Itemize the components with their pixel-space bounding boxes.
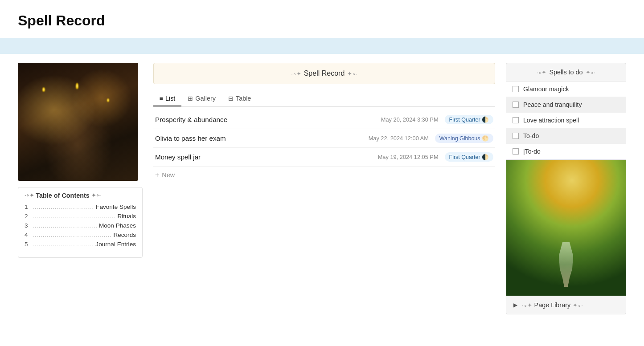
- tab-list-label: List: [165, 95, 175, 102]
- toc-link-rituals[interactable]: Rituals: [117, 213, 136, 220]
- main-layout: ·∘✦ Table of Contents ✦∘· 1 ............…: [0, 54, 644, 323]
- todo-item-3[interactable]: Love attraction spell: [506, 113, 626, 128]
- page-lib-sparkle-left: ·∘✦: [522, 302, 532, 309]
- toc-link-moon-phases[interactable]: Moon Phases: [99, 222, 136, 229]
- new-plus-icon: +: [155, 171, 159, 179]
- table-row[interactable]: Prosperity & abundance May 20, 2024 3:30…: [153, 110, 495, 129]
- page-library-label: ·∘✦ Page Library ✦∘·: [522, 301, 583, 309]
- todo-text-3: Love attraction spell: [523, 117, 579, 124]
- record-name-3: Money spell jar: [155, 153, 378, 161]
- sunflower-image-container: [506, 160, 626, 296]
- toc-item-2[interactable]: 2 ......................................…: [25, 213, 136, 220]
- page-library-text: Page Library: [534, 301, 571, 309]
- candles-image: [18, 63, 138, 181]
- toc-item-3[interactable]: 3 ......................................…: [25, 222, 136, 229]
- table-row[interactable]: Olivia to pass her exam May 22, 2024 12:…: [153, 129, 495, 148]
- header-sparkle-left: ·∘✦: [291, 70, 301, 77]
- badge-1: First Quarter 🌓: [445, 115, 493, 124]
- record-date-3: May 19, 2024 12:05 PM: [378, 154, 439, 160]
- todo-item-1[interactable]: Glamour magick: [506, 81, 626, 97]
- badge-2: Waning Gibbous 🌕: [435, 134, 493, 143]
- toc-num-1: 1: [25, 204, 31, 210]
- todo-sparkle-left: ·∘✦: [537, 69, 547, 76]
- table-of-contents: ·∘✦ Table of Contents ✦∘· 1 ............…: [18, 187, 143, 258]
- todo-sparkle-right: ✦∘·: [586, 69, 596, 76]
- record-date-1: May 20, 2024 3:30 PM: [381, 116, 439, 123]
- list-icon: ≡: [160, 95, 163, 102]
- sunflower-image: [506, 160, 626, 296]
- table-icon: ⊟: [228, 95, 234, 102]
- todo-checkbox-2[interactable]: [513, 102, 519, 108]
- todo-item-4[interactable]: To-do: [506, 128, 626, 144]
- tab-gallery[interactable]: ⊞ Gallery: [181, 91, 222, 106]
- record-name-2: Olivia to pass her exam: [155, 134, 369, 142]
- page-library-arrow-icon: ▶: [513, 302, 517, 308]
- toc-title: Table of Contents: [36, 192, 89, 199]
- flame-3: [107, 98, 109, 102]
- toc-link-records[interactable]: Records: [113, 232, 136, 238]
- tab-list[interactable]: ≡ List: [153, 91, 181, 106]
- toc-header: ·∘✦ Table of Contents ✦∘·: [25, 192, 136, 199]
- tab-gallery-label: Gallery: [195, 95, 216, 102]
- center-panel: ·∘✦ Spell Record ✦∘· ≡ List ⊞ Gallery ⊟ …: [153, 63, 495, 183]
- toc-num-4: 4: [25, 232, 31, 238]
- todo-text-5: |To-do: [523, 148, 541, 155]
- spells-todo-title: Spells to do: [549, 69, 582, 76]
- todo-checkbox-5[interactable]: [513, 148, 519, 155]
- spells-todo-header: ·∘✦ Spells to do ✦∘·: [506, 63, 626, 81]
- toc-dots-5: ................................: [33, 241, 94, 248]
- right-panel: ·∘✦ Spells to do ✦∘· Glamour magick Peac…: [506, 63, 626, 314]
- header-sparkle-right: ✦∘·: [347, 70, 357, 77]
- todo-checkbox-3[interactable]: [513, 117, 519, 123]
- flame-2: [76, 83, 78, 89]
- toc-sparkle-right: ✦∘·: [91, 192, 101, 199]
- toc-dots-2: ........................................…: [33, 213, 115, 220]
- toc-num-2: 2: [25, 213, 31, 220]
- toc-dots-3: ......................................: [33, 222, 97, 229]
- table-row[interactable]: Money spell jar May 19, 2024 12:05 PM Fi…: [153, 148, 495, 167]
- tabs-bar: ≡ List ⊞ Gallery ⊟ Table: [153, 91, 495, 107]
- toc-link-journal-entries[interactable]: Journal Entries: [95, 241, 136, 248]
- new-label: New: [162, 171, 175, 179]
- gallery-icon: ⊞: [188, 95, 193, 102]
- toc-item-4[interactable]: 4 ......................................…: [25, 232, 136, 238]
- todo-list: Glamour magick Peace and tranquility Lov…: [506, 81, 626, 160]
- page-library-bar[interactable]: ▶ ·∘✦ Page Library ✦∘·: [506, 296, 626, 314]
- spell-record-header: ·∘✦ Spell Record ✦∘·: [153, 63, 495, 84]
- toc-sparkle-left: ·∘✦: [25, 192, 34, 199]
- todo-checkbox-4[interactable]: [513, 133, 519, 139]
- tab-table[interactable]: ⊟ Table: [222, 91, 257, 106]
- toc-dots-1: ................................: [33, 204, 94, 210]
- todo-item-5[interactable]: |To-do: [506, 144, 626, 159]
- tab-table-label: Table: [236, 95, 251, 102]
- record-name-1: Prosperity & abundance: [155, 116, 381, 123]
- todo-item-2[interactable]: Peace and tranquility: [506, 97, 626, 113]
- new-record-row[interactable]: + New: [153, 167, 495, 183]
- flame-1: [42, 87, 45, 92]
- toc-dots-4: ........................................…: [33, 232, 111, 238]
- page-lib-sparkle-right: ✦∘·: [573, 302, 583, 309]
- left-panel: ·∘✦ Table of Contents ✦∘· 1 ............…: [18, 63, 143, 258]
- todo-text-2: Peace and tranquility: [523, 101, 582, 108]
- blue-banner: [0, 38, 644, 54]
- todo-checkbox-1[interactable]: [513, 86, 519, 92]
- badge-3: First Quarter 🌓: [445, 152, 493, 162]
- record-list: Prosperity & abundance May 20, 2024 3:30…: [153, 110, 495, 183]
- page-title: Spell Record: [0, 0, 644, 38]
- toc-num-5: 5: [25, 241, 31, 248]
- record-date-2: May 22, 2024 12:00 AM: [369, 135, 429, 142]
- toc-item-1[interactable]: 1 ................................ Favor…: [25, 204, 136, 210]
- toc-num-3: 3: [25, 222, 31, 229]
- toc-item-5[interactable]: 5 ................................ Journ…: [25, 241, 136, 248]
- todo-text-1: Glamour magick: [523, 85, 569, 93]
- toc-link-favorite-spells[interactable]: Favorite Spells: [96, 204, 136, 210]
- todo-text-4: To-do: [523, 132, 539, 139]
- spell-record-title: Spell Record: [304, 69, 345, 77]
